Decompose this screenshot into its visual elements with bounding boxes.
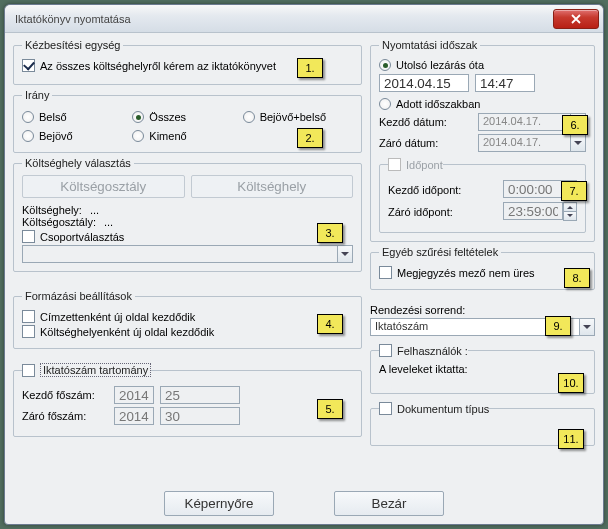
chk-time[interactable]: Időpont	[388, 158, 443, 171]
lbl-end-main: Záró főszám:	[22, 410, 108, 422]
input-lastclose-time[interactable]	[475, 74, 535, 92]
chk-by-costplace[interactable]: Költséghelyenként új oldal kezdődik	[22, 325, 353, 338]
radio-kimeno-label: Kimenő	[149, 130, 186, 142]
note-7: 7.	[561, 181, 587, 201]
combo-group[interactable]	[22, 245, 353, 263]
chk-comment-nonempty[interactable]: Megjegyzés mező nem üres	[379, 266, 586, 279]
radio-icon	[132, 111, 144, 123]
note-4: 4.	[317, 314, 343, 334]
chk-by-costplace-label: Költséghelyenként új oldal kezdődik	[40, 326, 214, 338]
checkbox-icon	[379, 402, 392, 415]
chk-users[interactable]: Felhasználók :	[379, 344, 468, 357]
note-2: 2.	[297, 128, 323, 148]
input-start-year[interactable]	[114, 386, 154, 404]
radio-icon	[379, 59, 391, 71]
input-end-year[interactable]	[114, 407, 154, 425]
val-start-time	[503, 180, 563, 198]
group-delivery: Kézbesítési egység Az összes költséghely…	[13, 39, 362, 85]
input-end-no[interactable]	[160, 407, 240, 425]
chk-by-addressee-label: Címzettenként új oldal kezdődik	[40, 311, 195, 323]
btn-costplace[interactable]: Költséghely	[191, 175, 354, 198]
radio-bejovo-label: Bejövő	[39, 130, 73, 142]
chk-doctype[interactable]: Dokumentum típus	[379, 402, 489, 415]
left-column: Kézbesítési egység Az összes költséghely…	[13, 39, 362, 477]
note-6: 6.	[562, 115, 588, 135]
lbl-sort: Rendezési sorrend:	[370, 304, 595, 316]
radio-icon	[22, 111, 34, 123]
radio-icon	[132, 130, 144, 142]
window-title: Iktatókönyv nyomtatása	[15, 13, 553, 25]
spinner[interactable]	[563, 202, 577, 221]
val-end-time	[503, 202, 563, 220]
radio-bejovo-belso[interactable]: Bejövő+belső	[243, 111, 353, 123]
checkbox-icon	[22, 325, 35, 338]
note-3: 3.	[317, 223, 343, 243]
legend-formatting: Formázási beállítások	[22, 290, 135, 302]
chk-range[interactable]: Iktatószám tartomány	[22, 363, 151, 377]
legend-other: Egyéb szűrési feltételek	[379, 246, 501, 258]
chk-by-addressee[interactable]: Címzettenként új oldal kezdődik	[22, 310, 353, 323]
checkbox-icon	[379, 266, 392, 279]
radio-given-period-label: Adott időszakban	[396, 98, 480, 110]
row-costplace: Költséghely: ...	[22, 204, 353, 216]
chevron-down-icon	[338, 245, 353, 263]
chk-users-label: Felhasználók :	[397, 345, 468, 357]
legend-costplace: Költséghely választás	[22, 157, 134, 169]
lbl-start-time: Kezdő időpont:	[388, 184, 461, 196]
chk-comment-nonempty-label: Megjegyzés mező nem üres	[397, 267, 535, 279]
val-end-date: 2014.04.17.	[478, 134, 571, 152]
sort-row: Rendezési sorrend: Iktatószám 9.	[370, 304, 595, 336]
group-other-filters: Egyéb szűrési feltételek Megjegyzés mező…	[370, 246, 595, 290]
combo-group-field	[22, 245, 338, 263]
val-costclass: ...	[104, 216, 113, 228]
dialog: Iktatókönyv nyomtatása Kézbesítési egysé…	[4, 4, 604, 525]
chk-range-label: Iktatószám tartomány	[40, 363, 151, 377]
input-end-time[interactable]	[503, 202, 577, 221]
legend-period: Nyomtatási időszak	[379, 39, 480, 51]
radio-lastclose-label: Utolsó lezárás óta	[396, 59, 484, 71]
legend-direction: Irány	[22, 89, 52, 101]
group-doctype: Dokumentum típus 11.	[370, 402, 595, 446]
note-5: 5.	[317, 399, 343, 419]
combo-end-date[interactable]: 2014.04.17.	[478, 134, 586, 152]
checkbox-icon	[22, 310, 35, 323]
chevron-down-icon	[580, 318, 595, 336]
btn-close[interactable]: Bezár	[334, 491, 444, 516]
chk-doctype-label: Dokumentum típus	[397, 403, 489, 415]
val-start-date: 2014.04.17.	[478, 113, 571, 131]
lbl-costclass: Költségosztály:	[22, 216, 96, 228]
chk-all-costplaces-label: Az összes költséghelyről kérem az iktató…	[40, 60, 276, 72]
note-9: 9.	[545, 316, 571, 336]
titlebar: Iktatókönyv nyomtatása	[5, 5, 603, 33]
radio-bejovo[interactable]: Bejövő	[22, 130, 132, 142]
radio-belso[interactable]: Belső	[22, 111, 132, 123]
chk-groupselect[interactable]: Csoportválasztás	[22, 230, 353, 243]
radio-osszes[interactable]: Összes	[132, 111, 242, 123]
group-direction: Irány Belső Összes Bejövő+belső	[13, 89, 362, 153]
radio-lastclose[interactable]: Utolsó lezárás óta	[379, 59, 586, 71]
lbl-costplace: Költséghely:	[22, 204, 82, 216]
lbl-start-date: Kezdő dátum:	[379, 116, 447, 128]
checkbox-icon	[22, 59, 35, 72]
group-costplace: Költséghely választás Költségosztály Köl…	[13, 157, 362, 272]
radio-bejovo-belso-label: Bejövő+belső	[260, 111, 326, 123]
val-costplace: ...	[90, 204, 99, 216]
close-button[interactable]	[553, 9, 599, 29]
checkbox-icon	[22, 364, 35, 377]
lbl-users-caption: A leveleket iktatta:	[379, 363, 586, 375]
radio-kimeno[interactable]: Kimenő	[132, 130, 242, 142]
btn-screen[interactable]: Képernyőre	[164, 491, 274, 516]
note-10: 10.	[558, 373, 584, 393]
radio-given-period[interactable]: Adott időszakban	[379, 98, 586, 110]
checkbox-icon	[379, 344, 392, 357]
group-formatting: Formázási beállítások Címzettenként új o…	[13, 290, 362, 349]
chevron-down-icon	[571, 134, 586, 152]
lbl-end-time: Záró időpont:	[388, 206, 453, 218]
radio-icon	[243, 111, 255, 123]
btn-costclass[interactable]: Költségosztály	[22, 175, 185, 198]
radio-belso-label: Belső	[39, 111, 67, 123]
input-lastclose-date[interactable]	[379, 74, 469, 92]
input-start-no[interactable]	[160, 386, 240, 404]
chk-time-label: Időpont	[406, 159, 443, 171]
note-8: 8.	[564, 268, 590, 288]
